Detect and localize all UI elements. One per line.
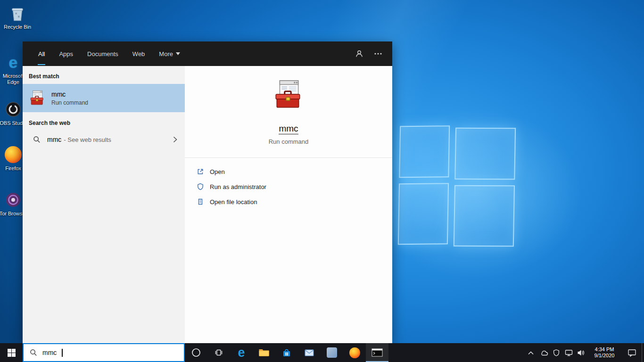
show-hidden-icons-button[interactable] xyxy=(524,343,538,362)
windows-start-icon xyxy=(8,349,16,357)
firefox-icon xyxy=(4,145,23,164)
network-button[interactable] xyxy=(562,343,575,362)
open-file-location-icon xyxy=(197,198,204,206)
action-center-icon xyxy=(627,348,636,357)
tab-web[interactable]: Web xyxy=(125,41,152,66)
more-options-button[interactable] xyxy=(369,41,388,66)
search-panel: All Apps Documents Web More xyxy=(23,41,392,343)
shield-icon xyxy=(553,349,560,356)
desktop-icon-label: Recycle Bin xyxy=(0,24,34,30)
file-explorer-icon xyxy=(258,348,270,357)
search-icon xyxy=(33,136,41,143)
firefox-icon xyxy=(349,347,360,358)
account-button[interactable] xyxy=(350,41,369,66)
windows-logo xyxy=(395,123,520,250)
taskbar-search-input[interactable]: mmc xyxy=(23,343,185,362)
action-open-file-location[interactable]: Open file location xyxy=(185,194,392,209)
best-match-result-mmc[interactable]: mmc Run command xyxy=(23,84,185,112)
chevron-up-icon xyxy=(528,351,534,355)
terminal-icon xyxy=(372,348,383,357)
tray-cloud-button[interactable] xyxy=(538,343,550,362)
clock-date: 9/1/2020 xyxy=(594,353,615,359)
run-as-admin-icon xyxy=(197,183,204,190)
web-suffix: - See web results xyxy=(64,136,111,143)
edge-icon: e xyxy=(4,53,23,72)
pinned-app-icon xyxy=(327,347,337,358)
taskbar-clock[interactable]: 4:34 PM 9/1/2020 xyxy=(587,343,622,362)
terminal-taskbar-button[interactable] xyxy=(366,343,388,362)
tor-icon xyxy=(4,190,23,209)
chevron-down-icon xyxy=(176,52,180,55)
network-ethernet-icon xyxy=(565,349,573,356)
desktop-icon-recycle-bin[interactable]: Recycle Bin xyxy=(0,4,34,30)
start-button[interactable] xyxy=(0,343,23,362)
chevron-right-icon xyxy=(173,136,177,143)
windows-logo-pane xyxy=(454,185,515,247)
recycle-bin-icon xyxy=(8,4,27,23)
tab-more[interactable]: More xyxy=(152,41,187,66)
search-icon xyxy=(30,349,37,356)
section-title-best-match: Best match xyxy=(23,66,185,84)
task-view-icon xyxy=(214,348,223,357)
task-view-button[interactable] xyxy=(207,343,230,362)
search-panel-header: All Apps Documents Web More xyxy=(23,41,392,66)
pinned-app-button[interactable] xyxy=(321,343,343,362)
windows-logo-pane xyxy=(399,125,450,178)
speaker-icon xyxy=(577,349,585,356)
cortana-button[interactable] xyxy=(185,343,207,362)
file-explorer-button[interactable] xyxy=(253,343,275,362)
tab-documents[interactable]: Documents xyxy=(80,41,125,66)
mmc-icon xyxy=(29,90,45,106)
cortana-icon xyxy=(191,348,201,357)
result-preview-pane: mmc Run command Open xyxy=(185,66,392,343)
web-query: mmc xyxy=(47,136,61,143)
windows-logo-pane xyxy=(398,183,449,245)
mail-icon xyxy=(304,348,314,357)
tray-security-button[interactable] xyxy=(550,343,562,362)
cloud-icon xyxy=(540,350,548,356)
search-input-value: mmc xyxy=(42,349,57,356)
edge-taskbar-button[interactable]: e xyxy=(230,343,253,362)
result-subtitle: Run command xyxy=(51,99,88,106)
action-open[interactable]: Open xyxy=(185,164,392,179)
mmc-icon-large xyxy=(273,79,304,110)
action-center-button[interactable] xyxy=(622,343,642,362)
preview-title[interactable]: mmc xyxy=(279,123,298,134)
obs-icon xyxy=(4,100,23,119)
system-tray: 4:34 PM 9/1/2020 xyxy=(524,343,644,362)
ellipsis-icon xyxy=(374,53,382,55)
windows-logo-pane xyxy=(454,128,516,180)
action-run-as-administrator[interactable]: Run as administrator xyxy=(185,179,392,194)
clock-time: 4:34 PM xyxy=(595,346,614,353)
store-button[interactable] xyxy=(275,343,298,362)
open-icon xyxy=(197,168,204,175)
section-title-search-web: Search the web xyxy=(23,112,185,131)
show-desktop-button[interactable] xyxy=(642,343,644,362)
divider xyxy=(185,157,392,158)
preview-subtitle: Run command xyxy=(269,138,309,145)
web-search-result[interactable]: mmc- See web results xyxy=(23,131,185,148)
text-caret xyxy=(62,349,63,357)
edge-icon: e xyxy=(238,346,245,359)
tab-all[interactable]: All xyxy=(31,41,52,66)
search-results-list: Best match mmc Run command Search the we… xyxy=(23,66,185,343)
mail-button[interactable] xyxy=(298,343,321,362)
tab-apps[interactable]: Apps xyxy=(52,41,80,66)
volume-button[interactable] xyxy=(575,343,587,362)
microsoft-store-icon xyxy=(281,347,292,358)
desktop: Recycle Bin e Microsoft Edge OBS Studio … xyxy=(0,0,644,362)
taskbar: mmc e xyxy=(0,343,644,362)
user-icon xyxy=(355,49,363,58)
result-title: mmc xyxy=(51,90,88,98)
firefox-taskbar-button[interactable] xyxy=(343,343,366,362)
